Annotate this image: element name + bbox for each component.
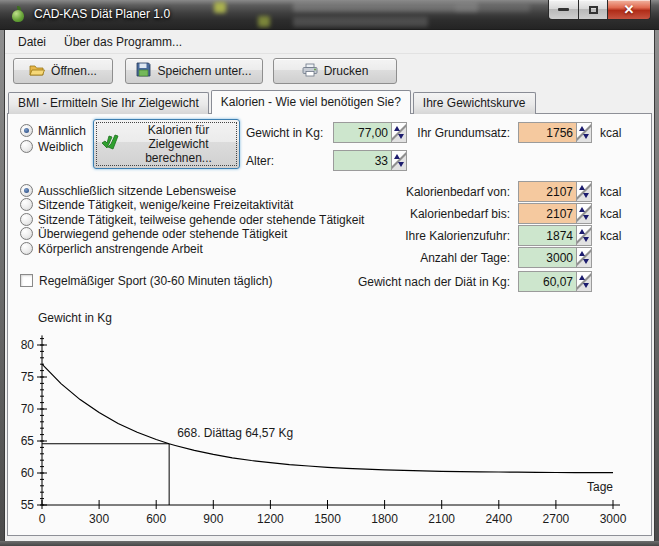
spin-down-icon[interactable] — [583, 134, 589, 139]
x-tick-label: 900 — [203, 512, 223, 526]
y-axis-title: Gewicht in Kg — [38, 311, 112, 325]
spin-down-icon[interactable] — [583, 283, 589, 288]
titlebar: CAD-KAS Diät Planer 1.0 ✕ — [0, 0, 659, 30]
radio-weiblich[interactable] — [20, 140, 33, 153]
menu-item-ueber[interactable]: Über das Programm... — [57, 32, 189, 52]
print-button-label: Drucken — [324, 64, 369, 78]
spin-up-icon[interactable] — [579, 207, 585, 212]
minimize-button[interactable] — [548, 0, 579, 20]
basal-field[interactable]: 1756 — [518, 122, 592, 143]
close-icon: ✕ — [624, 3, 635, 16]
maximize-button[interactable] — [579, 0, 608, 20]
radio-activity-4[interactable] — [20, 242, 33, 255]
radio-activity-4-label: Körperlich anstrengende Arbeit — [38, 242, 203, 256]
radio-activity-3-label: Überwiegend gehende oder stehende Tätigk… — [38, 227, 287, 241]
basal-value[interactable]: 1756 — [519, 123, 576, 142]
spin-down-icon[interactable] — [583, 259, 589, 264]
diet-day-annotation: 668. Diättag 64,57 Kg — [177, 426, 293, 440]
minimize-icon — [558, 8, 569, 11]
intake-spinner[interactable] — [576, 226, 591, 245]
spin-up-icon[interactable] — [579, 185, 585, 190]
basal-spinner[interactable] — [576, 123, 591, 142]
basal-unit: kcal — [600, 126, 621, 140]
spin-down-icon[interactable] — [583, 193, 589, 198]
save-button[interactable]: Speichern unter... — [125, 58, 263, 84]
open-button-label: Öffnen... — [51, 64, 97, 78]
weight-after-field[interactable]: 60,07 — [518, 271, 592, 292]
weight-chart: Gewicht in Kg556065707580030060090012001… — [8, 310, 651, 536]
spin-up-icon[interactable] — [579, 275, 585, 280]
y-tick-label: 60 — [21, 466, 35, 480]
days-spinner[interactable] — [576, 248, 591, 267]
intake-value[interactable]: 1874 — [519, 226, 576, 245]
radio-maennlich-label: Männlich — [38, 124, 86, 138]
tab-page-kalorien: Männlich Weiblich Kalorien für Zielgewic… — [7, 113, 652, 536]
tab-strip: BMI - Ermitteln Sie Ihr Zielgewicht Kalo… — [8, 90, 538, 114]
age-field[interactable]: 33 — [333, 150, 407, 171]
x-tick-label: 2400 — [485, 512, 512, 526]
spin-down-icon[interactable] — [398, 162, 404, 167]
radio-activity-2-label: Sitzende Tätigkeit, teilweise gehende od… — [38, 213, 364, 227]
need-to-field[interactable]: 2107 — [518, 203, 592, 224]
x-tick-label: 1200 — [257, 512, 284, 526]
menu-item-datei[interactable]: Datei — [11, 32, 53, 52]
app-window: CAD-KAS Diät Planer 1.0 ✕ Datei Über das… — [0, 0, 659, 546]
need-to-value[interactable]: 2107 — [519, 204, 576, 223]
maximize-icon — [589, 6, 598, 14]
y-tick-label: 55 — [21, 498, 35, 512]
calc-calories-button[interactable]: Kalorien für Zielgewicht berechnen... — [93, 119, 240, 169]
spin-up-icon[interactable] — [579, 126, 585, 131]
save-button-label: Speichern unter... — [157, 64, 251, 78]
y-tick-label: 75 — [21, 370, 35, 384]
window-controls: ✕ — [548, 0, 651, 20]
weight-after-value[interactable]: 60,07 — [519, 272, 576, 291]
tab-bmi[interactable]: BMI - Ermitteln Sie Ihr Zielgewicht — [8, 92, 209, 114]
glass-artifact — [214, 2, 226, 13]
x-tick-label: 1800 — [371, 512, 398, 526]
printer-icon — [302, 63, 318, 80]
glass-artifact — [293, 2, 478, 12]
weight-after-spinner[interactable] — [576, 272, 591, 291]
spin-down-icon[interactable] — [583, 215, 589, 220]
open-button[interactable]: Öffnen... — [13, 58, 113, 84]
intake-field[interactable]: 1874 — [518, 225, 592, 246]
age-spinner[interactable] — [391, 151, 406, 170]
age-value[interactable]: 33 — [334, 151, 391, 170]
apple-icon — [12, 10, 24, 22]
x-tick-label: 3000 — [600, 512, 627, 526]
radio-weiblich-label: Weiblich — [38, 140, 83, 154]
x-tick-label: 2100 — [428, 512, 455, 526]
app-icon[interactable] — [10, 6, 26, 23]
days-field[interactable]: 3000 — [518, 247, 592, 268]
print-button[interactable]: Drucken — [273, 58, 397, 84]
glass-artifact — [258, 16, 270, 27]
x-axis-title: Tage — [587, 480, 613, 494]
radio-activity-1[interactable] — [20, 198, 33, 211]
weight-chart-svg: Gewicht in Kg556065707580030060090012001… — [8, 310, 651, 536]
calc-calories-button-label: Kalorien für Zielgewicht berechnen... — [124, 123, 234, 165]
intake-unit: kcal — [600, 229, 621, 243]
spin-up-icon[interactable] — [394, 154, 400, 159]
radio-activity-0-label: Ausschließlich sitzende Lebensweise — [38, 184, 236, 198]
close-button[interactable]: ✕ — [608, 0, 651, 20]
window-title: CAD-KAS Diät Planer 1.0 — [34, 7, 170, 21]
x-tick-label: 0 — [39, 512, 46, 526]
spin-up-icon[interactable] — [579, 229, 585, 234]
need-from-value[interactable]: 2107 — [519, 182, 576, 201]
need-from-spinner[interactable] — [576, 182, 591, 201]
tab-gewichtskurve[interactable]: Ihre Gewichtskurve — [413, 92, 536, 114]
x-tick-label: 600 — [146, 512, 166, 526]
spin-up-icon[interactable] — [579, 251, 585, 256]
need-to-spinner[interactable] — [576, 204, 591, 223]
radio-activity-0[interactable] — [20, 184, 33, 197]
sport-checkbox[interactable] — [20, 274, 33, 287]
spin-down-icon[interactable] — [583, 237, 589, 242]
days-value[interactable]: 3000 — [519, 248, 576, 267]
radio-activity-1-label: Sitzende Tätigkeit, wenige/keine Freizei… — [38, 198, 293, 212]
radio-activity-3[interactable] — [20, 227, 33, 240]
radio-maennlich[interactable] — [20, 124, 33, 137]
need-from-field[interactable]: 2107 — [518, 181, 592, 202]
tab-kalorien[interactable]: Kalorien - Wie viel benötigen Sie? — [211, 90, 411, 114]
need-from-label: Kalorienbedarf von: — [260, 185, 510, 199]
radio-activity-2[interactable] — [20, 213, 33, 226]
